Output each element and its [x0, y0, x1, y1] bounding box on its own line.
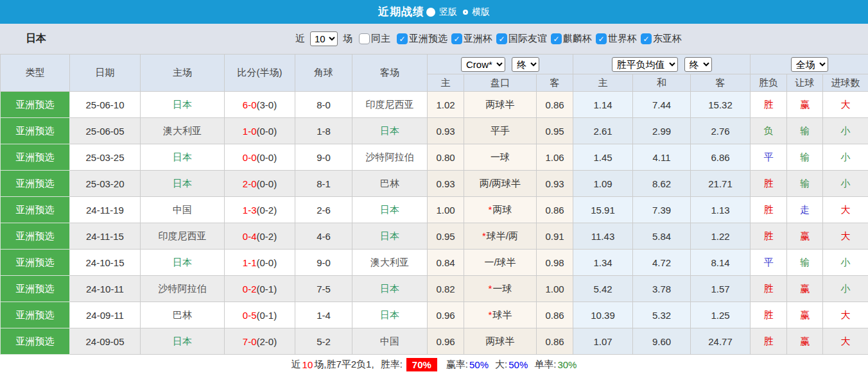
league-type: 亚洲预选 — [1, 328, 70, 355]
league-checkbox[interactable]: ✓ — [596, 33, 607, 44]
match-date: 25-03-25 — [70, 144, 141, 171]
league-checkbox[interactable]: ✓ — [451, 33, 462, 44]
match-date: 24-09-11 — [70, 302, 141, 328]
away-team: 日本 — [352, 276, 428, 302]
avg-win-cell: 10.39 — [573, 302, 633, 328]
same-home-checkbox[interactable] — [359, 33, 370, 44]
home-team: 日本 — [141, 328, 225, 355]
result-goals-cell: 大 — [823, 223, 868, 250]
avg-lose-cell: 1.25 — [691, 302, 751, 328]
score-cell: 1-1(0-0) — [225, 250, 295, 276]
result-wdl-cell: 胜 — [751, 223, 787, 250]
handicap-rate-label: 赢率: — [446, 359, 468, 371]
odds-time-select[interactable]: 终 — [512, 57, 539, 72]
score-cell: 0-4(0-2) — [225, 223, 295, 250]
handicap-cell: 两球半 — [464, 92, 537, 118]
avg-win-cell: 1.45 — [573, 144, 633, 171]
radio-unselected-icon[interactable] — [463, 10, 468, 15]
home-team: 印度尼西亚 — [141, 223, 225, 250]
away-team: 日本 — [352, 197, 428, 223]
avg-group-header: 胜平负均值终 — [573, 55, 751, 74]
league-label: 东亚杯 — [653, 33, 682, 45]
score-cell: 1-3(0-2) — [225, 197, 295, 223]
corners-cell: 1-8 — [295, 118, 352, 144]
avg-time-select[interactable]: 终 — [684, 57, 712, 72]
table-row: 亚洲预选25-03-20日本2-0(0-0)8-1巴林0.93两/两球半0.93… — [1, 171, 868, 197]
subheader-handicap: 盘口 — [464, 74, 537, 92]
big-rate-label: 大: — [495, 359, 507, 371]
league-label: 国际友谊 — [508, 33, 547, 45]
league-checkbox[interactable]: ✓ — [641, 33, 652, 44]
away-team: 日本 — [352, 302, 428, 328]
league-filter[interactable]: ✓麒麟杯 — [547, 33, 592, 45]
subheader-odds-away: 客 — [537, 74, 573, 92]
layout-radio-horizontal[interactable]: 横版 — [463, 6, 490, 18]
result-goals-cell: 小 — [823, 171, 868, 197]
result-goals-cell: 小 — [823, 276, 868, 302]
avg-win-cell: 11.43 — [573, 223, 633, 250]
table-row: 亚洲预选25-06-10日本6-0(3-0)8-0印度尼西亚1.02两球半0.8… — [1, 92, 868, 118]
league-checkbox[interactable]: ✓ — [397, 33, 408, 44]
table-row: 亚洲预选24-11-19中国1-3(0-2)2-6日本1.00*两球0.8615… — [1, 197, 868, 223]
result-handicap-cell: 输 — [787, 118, 823, 144]
subheader-odds-home: 主 — [428, 74, 464, 92]
scope-select[interactable]: 全场 — [791, 57, 828, 72]
score-cell: 2-0(0-0) — [225, 171, 295, 197]
corners-cell: 5-2 — [295, 328, 352, 355]
league-filter[interactable]: ✓亚洲预选 — [393, 33, 447, 45]
avg-lose-cell: 1.22 — [691, 223, 751, 250]
table-row: 亚洲预选25-03-25日本0-0(0-0)9-0沙特阿拉伯0.80一球1.06… — [1, 144, 868, 171]
league-checkbox[interactable]: ✓ — [496, 33, 507, 44]
avg-lose-cell: 1.57 — [691, 276, 751, 302]
odds-away-cell: 0.86 — [537, 328, 573, 355]
result-handicap-cell: 走 — [787, 197, 823, 223]
games-label: 场 — [343, 33, 352, 45]
league-checkbox[interactable]: ✓ — [551, 33, 562, 44]
same-home-checkbox-group[interactable]: 同主 — [355, 33, 390, 45]
away-team: 日本 — [352, 223, 428, 250]
league-filter[interactable]: ✓国际友谊 — [492, 33, 547, 45]
avg-win-cell: 1.09 — [573, 171, 633, 197]
league-type: 亚洲预选 — [1, 223, 70, 250]
corners-cell: 1-4 — [295, 302, 352, 328]
result-wdl-cell: 平 — [751, 250, 787, 276]
odds-company-select[interactable]: Crow* — [461, 57, 505, 72]
scope-group-header: 全场 — [751, 55, 868, 74]
table-row: 亚洲预选24-10-11沙特阿拉伯0-2(0-1)7-5日本0.82*一球1.0… — [1, 276, 868, 302]
home-team: 日本 — [141, 144, 225, 171]
table-row: 亚洲预选25-06-05澳大利亚1-0(0-0)1-8日本0.93平手0.952… — [1, 118, 868, 144]
corners-cell: 4-6 — [295, 223, 352, 250]
odds-home-cell: 0.96 — [428, 328, 464, 355]
league-filter[interactable]: ✓东亚杯 — [637, 33, 682, 45]
corners-cell: 8-1 — [295, 171, 352, 197]
away-handicap-star: * — [489, 204, 492, 215]
result-wdl-cell: 胜 — [751, 171, 787, 197]
table-row: 亚洲预选24-10-15日本1-1(0-0)9-0澳大利亚0.84一/球半0.9… — [1, 250, 868, 276]
table-row: 亚洲预选24-11-15印度尼西亚0-4(0-2)4-6日本0.95*球半/两0… — [1, 223, 868, 250]
avg-win-cell: 5.42 — [573, 276, 633, 302]
match-date: 24-10-15 — [70, 250, 141, 276]
away-team: 中国 — [352, 328, 428, 355]
subheader-goals-result: 进球数 — [823, 74, 868, 92]
handicap-cell: 两球半 — [464, 328, 537, 355]
league-filter[interactable]: ✓亚洲杯 — [447, 33, 492, 45]
match-date: 25-03-20 — [70, 171, 141, 197]
away-team: 巴林 — [352, 171, 428, 197]
result-handicap-cell: 赢 — [787, 223, 823, 250]
radio-selected-icon[interactable] — [426, 8, 435, 17]
avg-type-select[interactable]: 胜平负均值 — [612, 57, 678, 72]
match-date: 25-06-05 — [70, 118, 141, 144]
result-wdl-cell: 胜 — [751, 197, 787, 223]
odds-home-cell: 0.93 — [428, 171, 464, 197]
header-type: 类型 — [1, 55, 70, 92]
away-team: 日本 — [352, 118, 428, 144]
summary-footer: 近10场,胜7平2负1, 胜率: 70% 赢率:50% 大:50% 单率:30% — [0, 355, 868, 374]
home-team: 中国 — [141, 197, 225, 223]
score-cell: 0-0(0-0) — [225, 144, 295, 171]
layout-radio-vertical[interactable]: 竖版 — [430, 6, 457, 18]
recent-count-select[interactable]: 10 — [310, 31, 338, 46]
score-cell: 7-0(2-0) — [225, 328, 295, 355]
avg-lose-cell: 1.13 — [691, 197, 751, 223]
home-team: 日本 — [141, 250, 225, 276]
league-filter[interactable]: ✓世界杯 — [592, 33, 637, 45]
